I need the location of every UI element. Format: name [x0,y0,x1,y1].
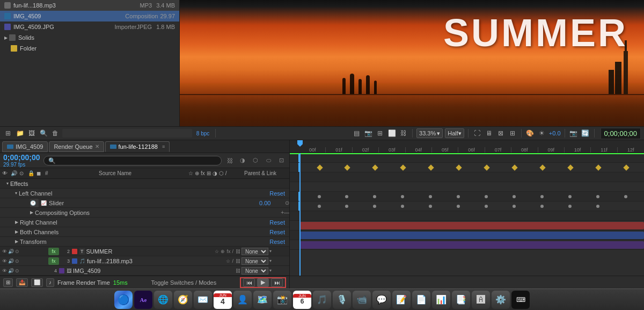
folder-open-icon[interactable]: 📁 [15,128,25,138]
keyframe-lc-6[interactable] [456,164,462,170]
tab-close-render[interactable]: ✕ [95,143,99,149]
keyframe-lc-8[interactable] [511,164,517,170]
tab-img4509[interactable]: IMG_4509 [2,141,48,152]
exposure-icon[interactable]: ☀ [537,128,547,138]
dock-pages-cal[interactable]: JUN 6 [293,291,311,309]
audio-audio[interactable]: 🔊 [8,258,14,264]
preview-btn[interactable]: ⬜ [31,278,43,287]
parent-select-image[interactable]: None [241,267,268,275]
keyframe-lc-10[interactable] [567,164,573,170]
audio-btn[interactable]: ♪ [46,278,54,287]
star-switch[interactable]: ☆ [215,249,219,254]
render-settings-btn[interactable]: ⊞ [3,278,13,287]
star-switch-audio[interactable]: ☆ [226,258,230,264]
dock-calendar[interactable]: JUN 4 [214,291,232,309]
layout-icon[interactable]: ▤ [352,128,361,138]
both-channels-reset[interactable]: Reset [269,229,285,235]
transform-reset[interactable]: Reset [269,239,285,245]
dock-messages[interactable]: 💬 [372,291,391,309]
project-item-comp[interactable]: IMG_4509 Composition 29.97 [0,11,179,21]
project-item-folder[interactable]: Folder [0,43,179,54]
compare-icon[interactable]: 🔄 [581,128,590,138]
dock-terminal[interactable]: ⌨ [511,291,530,309]
mask-icon[interactable]: ⬭ [264,156,273,165]
layer-row-audio[interactable]: 👁 🔊 ⊙ fx 3 🎵 fun-lif...2188.mp3 ☆ / ⛓ [0,256,289,266]
vis-eye-audio[interactable]: 👁 [2,258,7,264]
play-btn[interactable]: ▶ [257,278,269,287]
zoom-selector[interactable]: 33.3% ▾ [416,128,443,138]
slash-switch-audio[interactable]: / [232,258,233,264]
search-input[interactable] [43,156,222,165]
solo-audio[interactable]: ⊙ [15,258,19,264]
dock-keynote[interactable]: 📑 [452,291,470,309]
toggle-switches-label[interactable]: Toggle Switches / Modes [131,279,237,286]
color-icon[interactable]: 🎨 [525,128,535,138]
project-item-mp3[interactable]: fun-lif...188.mp3 MP3 3.4 MB [0,0,179,11]
vis-eye-summer[interactable]: 👁 [2,249,7,254]
dock-contacts[interactable]: 👤 [233,291,252,309]
grid2-icon[interactable]: ⊞ [375,128,385,138]
forward-btn[interactable]: ⏭ [271,278,283,287]
dock-safari[interactable]: 🧭 [174,291,192,309]
search-icon[interactable]: 🔍 [39,128,48,138]
keyframe-lc-3[interactable] [372,164,378,170]
dock-podcasts[interactable]: 🎙️ [333,291,351,309]
tab-render-queue[interactable]: Render Queue ✕ [49,141,104,152]
keyframe-lc-9[interactable] [539,164,545,170]
dock-notes[interactable]: 📝 [392,291,411,309]
layer-row-image[interactable]: 👁 🔊 ⊙ 4 🖼 IMG_4509 ⛓ None ▾ [0,266,289,276]
dock-appstore[interactable]: 🅰 [472,291,490,309]
timer-icon[interactable]: 🕐 [30,199,39,207]
chain-icon[interactable]: ⛓ [399,128,408,138]
plus-switch[interactable]: ⊕ [221,249,225,254]
current-timecode[interactable]: 0;00;00;00 [3,153,40,162]
dock-finder[interactable]: 🔵 [114,291,133,309]
audio-image[interactable]: 🔊 [8,268,14,273]
dock-ae[interactable]: Ae [134,291,152,309]
motion-blur-icon[interactable]: ◑ [238,156,247,165]
keyframe-lc-7[interactable] [484,164,489,170]
fit-all-icon[interactable]: ⊡ [276,156,286,165]
crop-icon[interactable]: ⬜ [387,128,397,138]
audio-summer[interactable]: 🔊 [8,249,14,254]
project-item-solids[interactable]: ▶ Solids [0,32,179,43]
rulers-icon[interactable]: ⊠ [496,128,506,138]
dock-music[interactable]: 🎵 [313,291,331,309]
layer-row-summer[interactable]: 👁 🔊 ⊙ fx 2 T SUMMER ☆ ⊕ fx / [0,247,289,256]
tab-funlife[interactable]: fun-life-112188 ≡ [105,141,170,152]
keyframe-lc-1[interactable] [317,164,323,170]
rewind-btn[interactable]: ⏮ [243,278,255,287]
grid-icon[interactable]: ⊞ [3,128,13,138]
trash-icon[interactable]: 🗑 [50,128,60,138]
dock-photos[interactable]: 📸 [273,291,291,309]
compositing-expand[interactable]: ▶ [30,210,33,215]
parent-link-icon[interactable]: ⛓ [225,156,235,165]
camera-icon[interactable]: 📷 [363,128,373,138]
right-channel-expand[interactable]: ▶ [15,220,18,225]
solo-summer[interactable]: ⊙ [15,249,19,254]
dock-maps[interactable]: 🗺️ [253,291,272,309]
vis-eye-image[interactable]: 👁 [2,268,7,273]
dock-settings[interactable]: ⚙️ [492,291,510,309]
parent-select-audio[interactable]: None [241,257,268,265]
keyframe-lc-11[interactable] [595,164,601,170]
dock-facetime[interactable]: 📹 [353,291,371,309]
image-icon[interactable]: 🖼 [27,128,36,138]
keyframe-lc-12[interactable] [623,164,629,170]
snapshot-icon[interactable]: 📷 [569,128,579,138]
left-channel-reset[interactable]: Reset [269,190,285,197]
slider-value[interactable]: 0.00 [259,200,281,206]
both-channels-expand[interactable]: ▶ [15,229,18,234]
transform-expand[interactable]: ▶ [15,239,18,244]
right-channel-reset[interactable]: Reset [269,219,285,226]
fit-icon[interactable]: ⛶ [472,128,482,138]
dock-pages[interactable]: 📄 [412,291,430,309]
left-channel-expand[interactable]: ▾ [15,191,17,196]
quality-selector[interactable]: Half ▾ [445,128,464,138]
display-icon[interactable]: 🖥 [484,128,494,138]
guide-icon[interactable]: ⊞ [508,128,517,138]
keyframe-lc-4[interactable] [400,164,406,170]
dock-numbers[interactable]: 📊 [432,291,450,309]
dock-mail[interactable]: ✉️ [194,291,212,309]
project-item-jpg[interactable]: IMG_4509.JPG ImporterJPEG 1.8 MB [0,21,179,32]
